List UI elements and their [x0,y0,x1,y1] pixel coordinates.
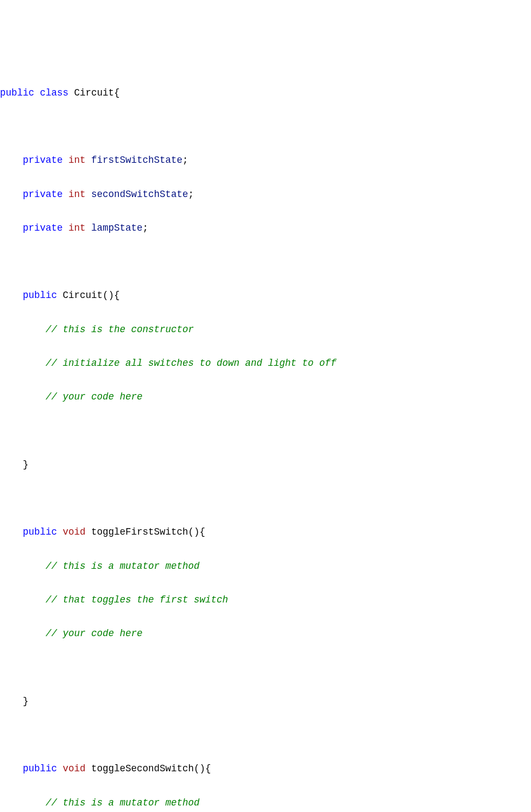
code-line: // your code here [0,625,531,642]
keyword-class: class [40,87,69,98]
code-line: // this is a mutator method [0,558,531,575]
comment: // your code here [46,391,143,402]
keyword-private: private [23,155,63,166]
code-line: // this is a mutator method [0,795,531,811]
code-line: public void toggleFirstSwitch(){ [0,524,531,541]
comment: // this is a mutator method [46,561,200,572]
constructor-name: Circuit(){ [63,290,120,301]
method-name: toggleFirstSwitch(){ [91,526,205,537]
type-void: void [63,763,86,774]
comment: // that toggles the first switch [46,594,228,605]
type-int: int [68,223,86,233]
code-line: public class Circuit{ [0,85,531,101]
code-line [0,423,531,440]
method-name: toggleSecondSwitch(){ [91,763,211,774]
keyword-public: public [0,87,34,98]
code-line: // this is the constructor [0,321,531,338]
code-line [0,253,531,270]
code-line: private int secondSwitchState; [0,186,531,203]
code-line: public Circuit(){ [0,287,531,304]
keyword-private: private [23,223,63,233]
comment: // this is the constructor [46,324,194,335]
keyword-public: public [23,290,57,301]
comment: // your code here [46,628,143,639]
keyword-private: private [23,189,63,200]
code-line: private int lampState; [0,220,531,237]
code-line: } [0,456,531,473]
code-line [0,659,531,676]
field-name: lampState [91,223,143,233]
type-int: int [68,155,86,166]
comment: // this is a mutator method [46,797,200,808]
code-line: // your code here [0,389,531,405]
close-brace: } [23,459,29,470]
code-line: private int firstSwitchState; [0,152,531,169]
semicolon: ; [188,189,194,200]
code-line [0,727,531,744]
comment: // initialize all switches to down and l… [46,358,337,369]
semicolon: ; [143,223,149,233]
keyword-public: public [23,526,57,537]
close-brace: } [23,696,29,707]
class-name: Circuit{ [74,87,120,98]
code-line [0,118,531,135]
semicolon: ; [182,155,188,166]
code-line: // that toggles the first switch [0,592,531,608]
keyword-public: public [23,763,57,774]
code-block: public class Circuit{ private int firstS… [0,68,531,812]
type-void: void [63,526,86,537]
type-int: int [68,189,86,200]
code-line: // initialize all switches to down and l… [0,355,531,372]
code-line: public void toggleSecondSwitch(){ [0,760,531,777]
code-line: } [0,693,531,710]
field-name: firstSwitchState [91,155,182,166]
code-line [0,490,531,507]
field-name: secondSwitchState [91,189,188,200]
